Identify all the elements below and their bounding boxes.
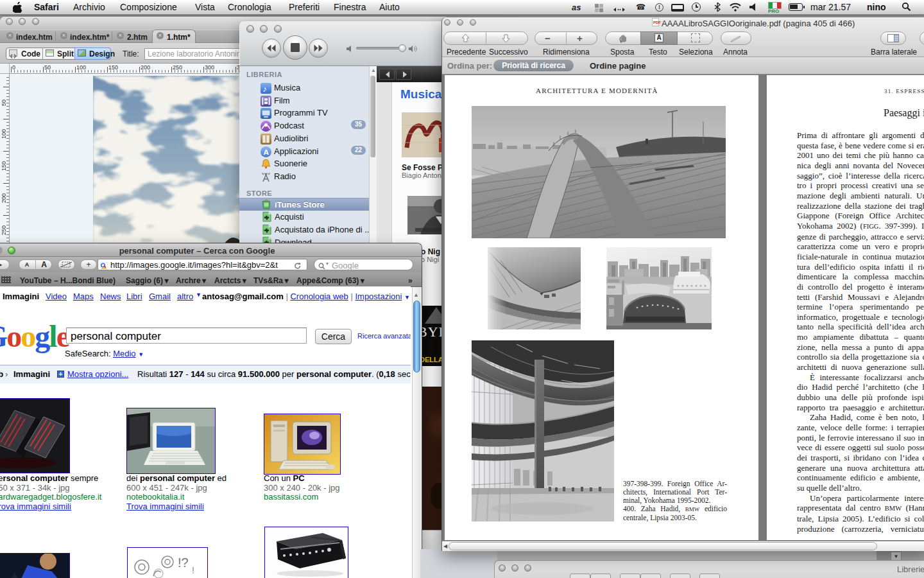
svg-text:A: A <box>264 148 270 156</box>
svg-text:!?: !? <box>178 556 189 570</box>
svg-text:!: ! <box>192 565 194 575</box>
svg-text:♪: ♪ <box>262 84 267 94</box>
